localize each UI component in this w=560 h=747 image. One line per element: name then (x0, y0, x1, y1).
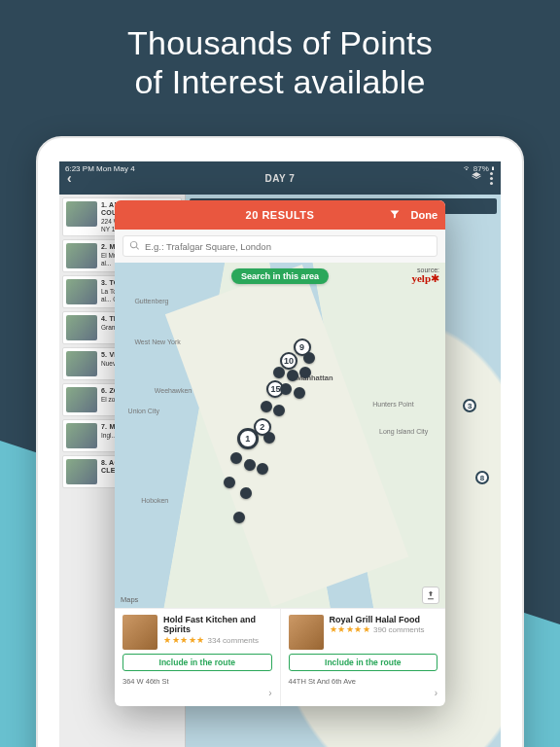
map-pin[interactable] (303, 352, 315, 364)
modal-title: 20 RESULTS (246, 209, 315, 221)
map-pin[interactable] (244, 459, 256, 471)
map-label: Hoboken (141, 497, 168, 504)
map-pin[interactable] (257, 463, 268, 475)
map-label: West New York (134, 338, 180, 345)
share-icon[interactable] (422, 587, 439, 604)
map-label: Weehawken (155, 387, 192, 394)
ipad-screen: ‹ DAY 7 6:23 PM Mon May 4 ᯤ 87% ▮ 1. AMS… (59, 161, 501, 747)
include-route-button[interactable]: Include in the route (289, 654, 438, 671)
result-photo (289, 615, 324, 650)
result-cards: Hold Fast Kitchen and Spirits ★★★★★334 c… (115, 608, 445, 706)
map-label: Hunters Point (372, 401, 413, 408)
result-title: Royal Grill Halal Food (330, 615, 438, 624)
result-rating: ★★★★★334 comments (163, 635, 272, 645)
filter-icon[interactable] (389, 208, 401, 222)
map-pin[interactable] (294, 387, 305, 399)
chevron-right-icon[interactable]: › (289, 688, 438, 698)
search-bar (115, 230, 445, 263)
map-pin[interactable] (273, 405, 285, 416)
result-address: 364 W 46th St (122, 677, 272, 686)
include-route-button[interactable]: Include in the route (122, 654, 272, 671)
map-pin[interactable] (233, 512, 245, 523)
result-title: Hold Fast Kitchen and Spirits (163, 615, 272, 635)
status-battery: ᯤ 87% ▮ (464, 164, 495, 173)
map-label: Long Island City (379, 428, 428, 435)
marketing-headline: Thousands of Points of Interest availabl… (0, 0, 560, 113)
map-label: Guttenberg (134, 298, 168, 304)
apple-maps-attribution: Maps (121, 595, 138, 604)
map-pin[interactable] (263, 432, 275, 444)
map-label: Union City (128, 408, 159, 414)
search-area-button[interactable]: Search in this area (231, 268, 329, 284)
map-pin[interactable] (273, 367, 285, 378)
status-time: 6:23 PM Mon May 4 (65, 164, 135, 173)
map-pin[interactable] (287, 370, 298, 381)
result-photo (122, 615, 158, 650)
headline-line2: of Interest available (134, 63, 425, 100)
result-card[interactable]: Hold Fast Kitchen and Spirits ★★★★★334 c… (115, 609, 281, 706)
map-pin[interactable] (261, 401, 272, 412)
result-address: 44TH St And 6th Ave (289, 677, 438, 686)
ipad-frame: ‹ DAY 7 6:23 PM Mon May 4 ᯤ 87% ▮ 1. AMS… (36, 136, 524, 747)
search-results-modal: 20 RESULTS Done (59, 200, 501, 747)
chevron-right-icon[interactable]: › (122, 688, 272, 698)
ios-statusbar: 6:23 PM Mon May 4 ᯤ 87% ▮ (59, 161, 501, 175)
result-card[interactable]: Royal Grill Halal Food ★★★★★390 comments… (281, 609, 446, 706)
result-rating: ★★★★★390 comments (330, 624, 438, 634)
yelp-attribution: source:yelp✱ (411, 267, 439, 284)
modal-map[interactable]: Search in this area source:yelp✱ Guttenb… (115, 263, 445, 608)
done-button[interactable]: Done (411, 209, 438, 221)
search-input[interactable] (145, 241, 431, 252)
search-icon (129, 237, 140, 255)
map-pin[interactable] (299, 367, 311, 378)
modal-header: 20 RESULTS Done (115, 200, 445, 230)
map-pin[interactable] (240, 487, 252, 499)
headline-line1: Thousands of Points (127, 24, 433, 61)
